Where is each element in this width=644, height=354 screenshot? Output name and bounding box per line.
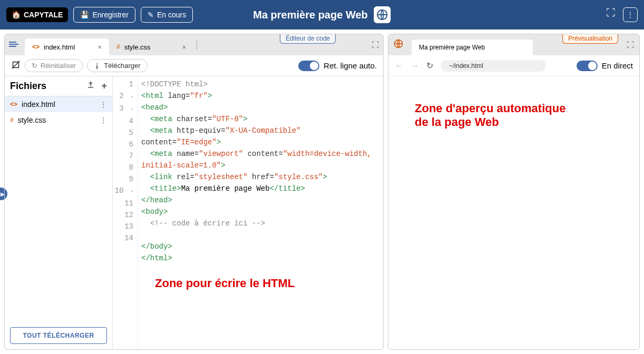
download-all-button[interactable]: TOUT TÉLÉCHARGER [10,327,107,344]
file-item-style-css[interactable]: # style.css ⋮ [5,112,112,128]
line-gutter: 12 ▾3 ▾45678910 ▾11121314 [113,76,138,349]
editor-panel: Éditeur de code <> index.html × # style.… [4,34,384,350]
pencil-icon: ✎ [148,11,154,19]
home-logo-button[interactable]: 🏠 CAPYTALE [6,7,68,22]
preview-panel: Prévisualisation Ma première page Web ⛶ … [388,34,640,350]
status-button[interactable]: ✎ En cours [141,7,193,23]
page-title: Ma première page Web [253,6,391,23]
fullscreen-icon[interactable]: ⛶ [606,7,616,22]
crop-off-icon[interactable] [11,60,21,71]
back-icon[interactable]: ← [395,61,403,71]
editor-toolbar: ↻ Réinitialiser ⭳ Télécharger Ret. ligne… [5,55,383,76]
file-sidebar: Fichiers + <> index.html ⋮ # style.css [5,76,113,349]
css-file-icon: # [10,116,14,124]
preview-toolbar: ← → ↻ ~/index.html En direct [388,55,639,76]
code-editor[interactable]: 12 ▾3 ▾45678910 ▾11121314 <!DOCTYPE html… [113,76,383,349]
preview-annotation: Zone d'aperçu automatique de la page Web [415,102,565,129]
live-label: En direct [602,61,633,70]
forward-icon[interactable]: → [411,61,419,71]
close-icon[interactable]: × [97,43,102,51]
home-icon: 🏠 [12,11,21,19]
tab-label: style.css [124,43,151,51]
tab-separator [197,40,197,50]
reset-button[interactable]: ↻ Réinitialiser [25,59,83,72]
live-toggle[interactable] [577,61,598,71]
download-icon: ⭳ [94,62,101,70]
close-icon[interactable]: × [182,43,186,51]
autowrap-toggle[interactable] [298,61,319,71]
svg-rect-2 [9,44,18,45]
file-name: index.html [22,100,55,109]
save-label: Enregistrer [92,11,128,19]
reset-icon: ↻ [32,62,37,70]
autowrap-label: Ret. ligne auto. [324,61,377,70]
html-file-icon: <> [32,43,40,51]
app-header: 🏠 CAPYTALE 💾 Enregistrer ✎ En cours Ma p… [0,0,644,30]
preview-viewport: Zone d'aperçu automatique de la page Web [388,76,639,349]
status-label: En cours [157,11,186,19]
logo-text: CAPYTALE [24,11,63,19]
add-file-icon[interactable]: + [101,81,107,92]
preview-tab-title: Ma première page Web [419,44,485,51]
globe-icon [394,39,403,51]
sidebar-header: Fichiers + [5,76,112,96]
preview-panel-label: Prévisualisation [562,34,618,44]
download-button[interactable]: ⭳ Télécharger [87,59,147,72]
web-badge-icon [374,6,391,23]
file-menu-icon[interactable]: ⋮ [100,116,107,124]
editor-panel-label: Éditeur de code [280,34,336,44]
reload-icon[interactable]: ↻ [426,61,433,71]
editor-annotation: Zone pour écrire le HTML [155,277,295,290]
svg-rect-3 [9,46,16,47]
tab-style-css[interactable]: # style.css × [109,38,193,55]
reset-label: Réinitialiser [41,62,76,70]
file-name: style.css [18,116,46,124]
tab-index-html[interactable]: <> index.html × [25,38,109,55]
upload-icon[interactable] [86,81,95,92]
preview-tab[interactable]: Ma première page Web [412,40,533,55]
download-label: Télécharger [104,62,140,70]
title-text: Ma première page Web [253,9,367,21]
file-menu-icon[interactable]: ⋮ [100,100,107,109]
svg-rect-1 [9,42,16,43]
sidebar-toggle-icon[interactable] [9,40,18,51]
html-file-icon: <> [10,101,17,108]
sidebar-title: Fichiers [10,81,46,92]
maximize-icon[interactable]: ⛶ [372,41,379,49]
file-item-index-html[interactable]: <> index.html ⋮ [5,96,112,112]
code-content[interactable]: <!DOCTYPE html> <html lang="fr"> <head> … [138,76,383,349]
save-button[interactable]: 💾 Enregistrer [73,7,135,23]
maximize-icon[interactable]: ⛶ [627,41,634,49]
save-icon: 💾 [80,11,89,19]
url-bar[interactable]: ~/index.html [441,60,546,72]
css-file-icon: # [116,43,120,51]
tab-label: index.html [44,43,75,51]
more-menu-button[interactable]: ⋮ [623,7,638,22]
